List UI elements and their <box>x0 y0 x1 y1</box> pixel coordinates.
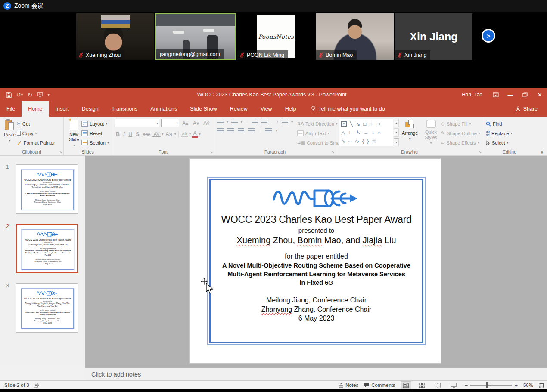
shape-outline-button[interactable]: ✎Shape Outline▾ <box>441 129 480 138</box>
clear-formatting-icon[interactable]: A◊ <box>202 120 211 126</box>
tab-help[interactable]: Help <box>279 101 303 117</box>
tab-slide-show[interactable]: Slide Show <box>183 101 224 117</box>
character-spacing-button[interactable]: AV <box>152 131 161 137</box>
zoom-percentage[interactable]: 56% <box>523 383 533 388</box>
tab-review[interactable]: Review <box>224 101 254 117</box>
zoom-in-icon[interactable]: + <box>514 382 518 389</box>
current-slide[interactable]: WOCC 2023 Charles Kao Best Paper Award p… <box>190 159 441 363</box>
tab-file[interactable]: File <box>0 101 22 117</box>
section-button[interactable]: Section▾ <box>81 138 109 147</box>
curve-shape-icon[interactable]: ⌣ <box>348 138 352 144</box>
font-size-combobox[interactable]: ▾ <box>161 119 179 127</box>
new-slide-button[interactable]: ✦ New Slide ▾ <box>66 119 81 148</box>
collapse-ribbon-icon[interactable]: ∧ <box>541 150 544 154</box>
right-brace-shape-icon[interactable]: } <box>367 138 369 144</box>
comments-toggle-button[interactable]: Comments <box>364 383 395 388</box>
elbow-arrow-shape-icon[interactable]: ↳ <box>356 130 361 136</box>
clipboard-dialog-launcher-icon[interactable]: ↘ <box>59 150 62 154</box>
slide-thumbnail-3[interactable]: WOCC 2023 Charles Kao Best Paper Award p… <box>16 283 78 333</box>
notes-toggle-button[interactable]: Notes <box>339 383 358 388</box>
shapes-scroll-down-icon[interactable]: ▾ <box>394 128 399 137</box>
align-left-icon[interactable] <box>217 128 224 133</box>
notes-pane[interactable]: Click to add notes <box>85 368 547 380</box>
font-dialog-launcher-icon[interactable]: ↘ <box>210 150 213 154</box>
slide-editor-canvas[interactable]: WOCC 2023 Charles Kao Best Paper Award p… <box>85 156 547 368</box>
font-color-button[interactable]: A <box>192 130 198 138</box>
redo-icon[interactable]: ↻ <box>28 92 32 98</box>
rounded-rectangle-shape-icon[interactable]: ▭ <box>376 121 380 127</box>
paste-button[interactable]: Paste ▾ <box>3 119 17 143</box>
slide-thumbnail-1[interactable]: WOCC 2023 Charles Kao Best Paper Award p… <box>16 164 78 214</box>
triangle-shape-icon[interactable]: △ <box>341 130 345 136</box>
slide-sorter-view-button[interactable] <box>417 381 427 389</box>
grow-font-icon[interactable]: A▴ <box>181 120 190 127</box>
underline-button[interactable]: U <box>127 131 134 137</box>
undo-icon[interactable]: ↺▾ <box>16 92 23 98</box>
zoom-slider[interactable]: − + <box>465 382 518 389</box>
strikethrough-button[interactable]: abe <box>142 132 152 137</box>
star-shape-icon[interactable]: ☆ <box>372 138 376 144</box>
justify-icon[interactable] <box>248 128 255 133</box>
align-center-icon[interactable] <box>227 128 234 133</box>
bullets-icon[interactable] <box>217 120 224 124</box>
minimize-button[interactable]: — <box>503 88 518 101</box>
oval-shape-icon[interactable]: ○ <box>370 121 373 127</box>
down-arrow-shape-icon[interactable]: ↓ <box>372 130 374 136</box>
find-button[interactable]: Find <box>486 119 512 128</box>
left-brace-shape-icon[interactable]: { <box>362 138 364 144</box>
arrange-button[interactable]: Arrange ▾ <box>399 119 421 142</box>
participant-tile-poon-lik-ming[interactable]: PoonsNotes POON Lik Ming <box>237 13 315 60</box>
participant-tile-xin-jiang[interactable]: Xin Jiang Xin Jiang <box>395 13 472 60</box>
copy-button[interactable]: Copy▾ <box>17 129 55 138</box>
tab-transitions[interactable]: Transitions <box>105 101 144 117</box>
tab-animations[interactable]: Animations <box>144 101 183 117</box>
cut-button[interactable]: ✂Cut <box>17 119 55 128</box>
shrink-font-icon[interactable]: A▾ <box>192 120 201 127</box>
shapes-more-icon[interactable]: ▾ <box>394 138 399 146</box>
change-case-button[interactable]: Aa <box>164 131 173 137</box>
participant-tile-jiangmeilong[interactable]: jiangmeilong@gmail.com <box>155 13 236 60</box>
align-right-icon[interactable] <box>238 128 244 133</box>
fit-slide-to-window-icon[interactable] <box>539 383 544 388</box>
tab-home[interactable]: Home <box>22 101 49 117</box>
increase-indent-icon[interactable] <box>261 120 267 124</box>
shape-effects-button[interactable]: ▱Shape Effects▾ <box>441 138 480 147</box>
scribble-shape-icon[interactable]: ∿ <box>341 138 345 144</box>
slide-border-frame[interactable]: WOCC 2023 Charles Kao Best Paper Award p… <box>207 177 426 345</box>
zoom-out-icon[interactable]: − <box>465 382 468 389</box>
numbering-icon[interactable] <box>231 120 238 124</box>
ribbon-display-options-icon[interactable] <box>488 88 503 101</box>
normal-view-button[interactable] <box>401 381 411 389</box>
customize-qat-icon[interactable]: ▾ <box>48 93 50 97</box>
paragraph-dialog-launcher-icon[interactable]: ↘ <box>331 150 334 154</box>
italic-button[interactable]: I <box>122 131 126 137</box>
highlight-color-button[interactable]: ab <box>181 131 189 137</box>
shapes-scroll-up-icon[interactable]: ▴ <box>394 119 399 127</box>
slide-show-view-button[interactable] <box>449 381 459 389</box>
reset-button[interactable]: Reset <box>81 129 109 138</box>
quick-styles-button[interactable]: Quick Styles ▾ <box>421 119 441 146</box>
drawing-dialog-launcher-icon[interactable]: ↘ <box>479 150 482 154</box>
zoom-slider-thumb[interactable] <box>486 382 488 388</box>
line-spacing-icon[interactable]: ↕ <box>277 120 279 124</box>
right-arrow-shape-icon[interactable]: → <box>364 130 369 136</box>
participant-tile-bomin-mao[interactable]: Bomin Mao <box>316 13 394 60</box>
spell-check-icon[interactable] <box>34 383 39 388</box>
freeform-shape-icon[interactable]: ∿ <box>355 138 359 144</box>
next-participants-button[interactable]: > <box>482 29 495 43</box>
save-icon[interactable] <box>6 92 12 98</box>
tab-view[interactable]: View <box>254 101 279 117</box>
line-shape-icon[interactable]: ╲ <box>350 121 353 127</box>
participant-tile-xueming-zhou[interactable]: Xueming Zhou <box>76 13 154 60</box>
decrease-indent-icon[interactable] <box>252 120 258 124</box>
columns-icon[interactable] <box>265 128 272 133</box>
layout-button[interactable]: Layout▾ <box>81 119 109 128</box>
reading-view-button[interactable] <box>433 381 443 389</box>
slide-thumbnail-2-selected[interactable]: WOCC 2023 Charles Kao Best Paper Award p… <box>16 224 78 273</box>
text-box-shape-icon[interactable]: A <box>341 121 347 127</box>
replace-button[interactable]: abac Replace▾ <box>486 129 512 138</box>
shape-fill-button[interactable]: ◇Shape Fill▾ <box>441 119 480 128</box>
format-painter-button[interactable]: Format Painter <box>17 138 55 147</box>
tab-insert[interactable]: Insert <box>49 101 75 117</box>
close-button[interactable]: ✕ <box>532 88 547 101</box>
